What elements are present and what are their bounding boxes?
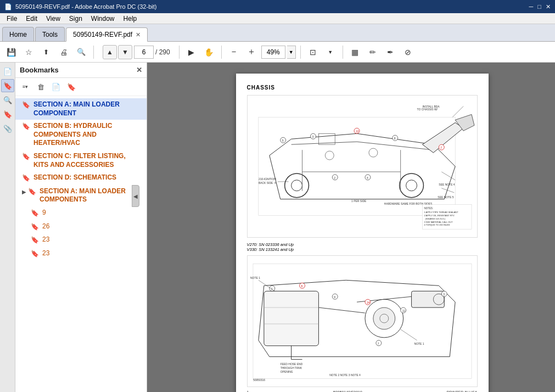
svg-text:8: 8	[394, 137, 395, 140]
svg-text:1 APPLY PIPE THREAD SEALANT: 1 APPLY PIPE THREAD SEALANT	[424, 211, 458, 214]
svg-text:9: 9	[334, 296, 335, 299]
bookmark-button[interactable]: ☆	[21, 44, 36, 60]
bookmark-icon-3: 🔖	[22, 153, 30, 161]
svg-line-77	[400, 329, 417, 340]
prev-page-button[interactable]: ▲	[103, 45, 117, 59]
bookmark-icon-2: 🔖	[22, 122, 30, 131]
tab-tools-label: Tools	[42, 31, 58, 38]
page-content: CHASSIS	[247, 85, 478, 392]
menu-bar: File Edit View Sign Window Help	[0, 13, 555, 24]
zoom-in-button[interactable]: ＋	[244, 44, 259, 60]
next-page-button[interactable]: ▼	[118, 45, 132, 59]
bookmark-item-6[interactable]: 🔖 9	[15, 206, 147, 220]
svg-text:14: 14	[366, 301, 369, 304]
tab-close-button[interactable]: ✕	[136, 31, 141, 38]
svg-text:TO CHASSIS W/: TO CHASSIS W/	[417, 108, 438, 111]
panel-icon-pages[interactable]: 📄	[1, 65, 14, 78]
zoom-control: ▼	[261, 46, 296, 59]
sidebar-delete-button[interactable]: 🗑	[34, 80, 47, 93]
toolbar: 💾 ☆ ⬆ 🖨 🔍 ▲ ▼ / 290 ▶ ✋ － ＋ ▼ ⊡ ▼ ▦ ✏ ✒ …	[0, 42, 555, 63]
svg-text:4: 4	[366, 177, 368, 180]
chassis-diagram-upper: 5 3 12 8 7 2 4	[247, 95, 478, 238]
svg-text:(SIKAREX 525 N.O.): (SIKAREX 525 N.O.)	[425, 217, 446, 220]
svg-text:NOTES:: NOTES:	[424, 207, 433, 210]
sidebar-addpage-button[interactable]: 🔖	[65, 80, 78, 93]
bookmark-label-6: 9	[42, 209, 46, 217]
page-total-label: / 290	[155, 48, 170, 56]
bookmark-item-5[interactable]: ▶ 🔖 SECTION A: MAIN LOADER COMPONENTS	[15, 185, 147, 206]
sidebar-title: Bookmarks	[20, 66, 59, 74]
panel-icon-bookmarks[interactable]: 🔖	[1, 79, 14, 92]
hand-tool-button[interactable]: ✋	[201, 44, 217, 60]
toolbar-separator-2	[179, 46, 180, 59]
pen-button[interactable]: ✒	[383, 44, 398, 60]
bookmark-item-2[interactable]: 🔖 SECTION B: HYDRAULIC COMPONENTS AND HE…	[15, 120, 147, 150]
minimize-button[interactable]: ─	[529, 3, 534, 10]
tab-pdf[interactable]: 50950149-REVF.pdf ✕	[66, 27, 148, 42]
upload-button[interactable]: ⬆	[38, 44, 54, 60]
sidebar-collapse-handle[interactable]: ◀	[132, 185, 139, 207]
tab-home-label: Home	[9, 31, 27, 38]
page-title: CHASSIS	[247, 85, 478, 91]
svg-text:NOTE 2   NOTE 3   NOTE 4: NOTE 2 NOTE 3 NOTE 4	[329, 374, 361, 377]
bookmark-item-4[interactable]: 🔖 SECTION D: SCHEMATICS	[15, 171, 147, 185]
zoom-dropdown-button[interactable]: ▼	[287, 46, 296, 59]
form-button[interactable]: ▦	[347, 44, 363, 60]
sidebar-close-button[interactable]: ✕	[136, 66, 142, 74]
bookmark-item-3[interactable]: 🔖 SECTION C: FILTER LISTING, KITS AND AC…	[15, 150, 147, 171]
panel-icon-tools[interactable]: 🔖	[1, 108, 14, 121]
zoom-out-button[interactable]: －	[226, 44, 242, 60]
redact-button[interactable]: ⊘	[400, 44, 416, 60]
svg-point-51	[373, 307, 395, 329]
bookmarks-panel: Bookmarks ✕ ≡▾ 🗑 📄 🔖 🔖 SECTION A: MAIN L…	[15, 63, 147, 392]
svg-text:1 PER SIDE: 1 PER SIDE	[351, 200, 367, 203]
menu-help[interactable]: Help	[119, 14, 142, 23]
menu-sign[interactable]: Sign	[65, 14, 87, 23]
svg-text:3: 3	[443, 293, 445, 296]
bookmark-item-8[interactable]: 🔖 23	[15, 233, 147, 247]
sidebar-header: Bookmarks ✕	[15, 63, 147, 78]
svg-text:3 SEE MATERIAL CALL OUT: 3 SEE MATERIAL CALL OUT	[424, 221, 453, 223]
bookmark-icon-4: 🔖	[22, 174, 30, 183]
save-button[interactable]: 💾	[3, 44, 19, 60]
sn-text: V270: SN 023336 and Up V330: SN 133241 a…	[247, 242, 478, 252]
svg-text:SEE NOTE 4: SEE NOTE 4	[439, 183, 455, 186]
bookmark-icon-6: 🔖	[31, 209, 39, 218]
sidebar-new-button[interactable]: 📄	[49, 80, 63, 93]
search-button[interactable]: 🔍	[74, 44, 89, 60]
svg-point-10	[325, 151, 334, 160]
menu-view[interactable]: View	[42, 14, 65, 23]
toolbar-separator-4	[300, 46, 301, 59]
bookmark-item-1[interactable]: 🔖 SECTION A: MAIN LOADER COMPONENT	[15, 98, 147, 120]
tab-tools[interactable]: Tools	[35, 27, 65, 41]
panel-icon-attach[interactable]: 📎	[1, 122, 14, 135]
expand-icon-5[interactable]: ▶	[22, 188, 26, 195]
svg-text:4 TORQUE TO 200 INLBS: 4 TORQUE TO 200 INLBS	[424, 223, 450, 226]
sidebar-menu-button[interactable]: ≡▾	[19, 80, 32, 93]
page-number-input[interactable]	[134, 46, 154, 59]
window-title: 50950149-REVF.pdf - Adobe Acrobat Pro DC…	[15, 3, 529, 10]
pointer-tool-button[interactable]: ▶	[184, 44, 199, 60]
fit-dropdown-button[interactable]: ▼	[323, 44, 338, 60]
bookmark-item-7[interactable]: 🔖 26	[15, 220, 147, 234]
sign-button[interactable]: ✏	[365, 44, 380, 60]
svg-text:THROUGH TANK: THROUGH TANK	[280, 367, 302, 369]
tab-home[interactable]: Home	[2, 27, 34, 41]
menu-window[interactable]: Window	[87, 14, 119, 23]
close-button[interactable]: ✕	[546, 3, 551, 10]
svg-text:2 APPLY OIL-RESISTANT RTV: 2 APPLY OIL-RESISTANT RTV	[424, 214, 455, 217]
svg-point-2	[291, 180, 302, 191]
fit-page-button[interactable]: ⊡	[305, 44, 321, 60]
bookmark-item-9[interactable]: 🔖 23	[15, 247, 147, 261]
svg-point-11	[368, 148, 377, 157]
page-navigation: ▲ ▼ / 290	[103, 45, 175, 59]
panel-icon-search[interactable]: 🔍	[1, 93, 14, 107]
pdf-viewer-area[interactable]: CHASSIS	[147, 63, 555, 392]
print-button[interactable]: 🖨	[56, 44, 71, 60]
menu-edit[interactable]: Edit	[21, 14, 42, 23]
toolbar-separator-5	[343, 46, 343, 59]
maximize-button[interactable]: □	[537, 3, 541, 10]
svg-text:OPENING: OPENING	[280, 371, 293, 373]
menu-file[interactable]: File	[2, 14, 21, 23]
zoom-input[interactable]	[261, 46, 285, 59]
